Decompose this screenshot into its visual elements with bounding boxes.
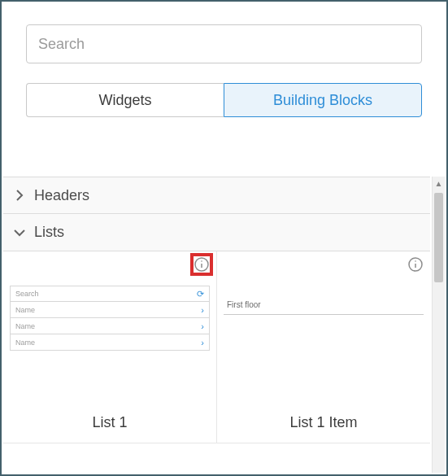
panel-frame: { "search": { "placeholder": "Search" },…	[0, 0, 448, 476]
preview-search-label: Search	[15, 290, 39, 298]
search-input[interactable]	[26, 24, 422, 63]
cards-grid: Search ⟳ Name › Name › Name ›	[3, 251, 430, 443]
preview-row-label: Name	[15, 306, 35, 314]
chevron-right-icon: ›	[201, 321, 204, 331]
chevron-down-icon	[13, 226, 26, 239]
info-icon[interactable]	[194, 256, 210, 273]
tab-row: Widgets Building Blocks	[26, 83, 422, 117]
scroll-up-arrow-icon[interactable]: ▲	[433, 177, 445, 190]
card-list-1[interactable]: Search ⟳ Name › Name › Name ›	[3, 251, 216, 443]
svg-point-1	[201, 260, 202, 262]
preview-row-label: Name	[15, 322, 35, 330]
preview-item-label: First floor	[224, 295, 424, 315]
info-icon[interactable]	[407, 256, 424, 273]
sections-list: Headers Lists Sear	[3, 177, 430, 473]
preview-row-label: Name	[15, 338, 35, 347]
top-controls: Widgets Building Blocks	[2, 2, 446, 135]
vertical-scrollbar[interactable]: ▲	[432, 177, 445, 473]
tab-building-blocks[interactable]: Building Blocks	[224, 83, 422, 117]
card-list-1-item-title: List 1 Item	[224, 414, 424, 431]
card-list-1-title: List 1	[10, 414, 210, 431]
refresh-icon: ⟳	[197, 289, 204, 299]
card-list-1-item[interactable]: First floor List 1 Item	[216, 251, 430, 443]
chevron-right-icon: ›	[201, 338, 204, 347]
section-headers[interactable]: Headers	[3, 177, 430, 214]
chevron-right-icon	[13, 189, 26, 202]
section-headers-label: Headers	[34, 187, 89, 204]
scroll-thumb[interactable]	[434, 193, 443, 282]
tab-widgets[interactable]: Widgets	[26, 83, 224, 117]
section-lists-label: Lists	[34, 224, 64, 241]
svg-point-4	[415, 260, 416, 262]
section-lists[interactable]: Lists	[3, 214, 430, 251]
card-list-1-preview: Search ⟳ Name › Name › Name ›	[10, 286, 210, 400]
chevron-right-icon: ›	[201, 305, 204, 315]
card-list-1-item-preview: First floor	[224, 295, 424, 400]
